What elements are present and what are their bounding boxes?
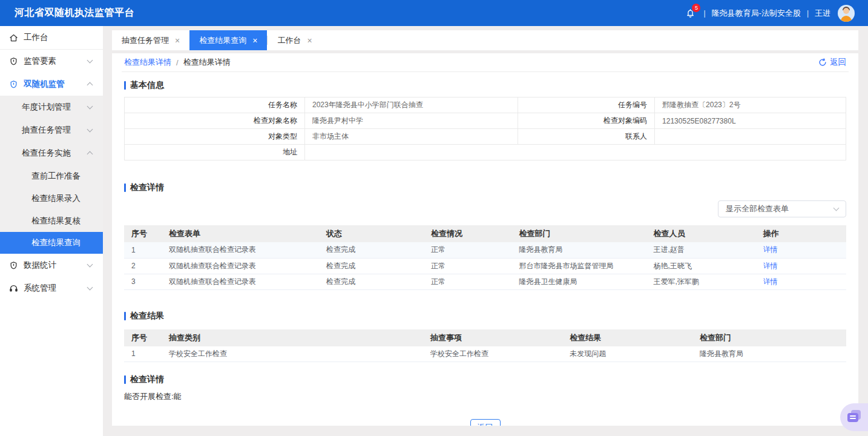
sidebar-item-inspection-implementation[interactable]: 检查任务实施 (0, 142, 103, 165)
close-icon[interactable]: × (307, 36, 312, 45)
detail-link[interactable]: 详情 (763, 262, 778, 270)
detail-link[interactable]: 详情 (763, 245, 778, 254)
col-inspectors: 检查人员 (646, 225, 756, 242)
section-inspection-result: 检查结果 (124, 311, 846, 322)
tab-result-query[interactable]: 检查结果查询 × (189, 30, 267, 50)
field-value: 2023年隆尧县中小学部门联合抽查 (305, 97, 518, 113)
col-result: 检查结果 (562, 329, 692, 346)
basic-info-table: 任务名称 2023年隆尧县中小学部门联合抽查 任务编号 邢隆教抽查〔2023〕2… (124, 97, 846, 160)
section-bar (124, 312, 126, 320)
avatar-body (841, 16, 852, 22)
field-label: 任务名称 (125, 97, 305, 113)
main-area: 抽查任务管理 × 检查结果查询 × 工作台 × 检查结果详情 / (103, 26, 868, 436)
back-button[interactable]: 返回 (470, 419, 501, 426)
chevron-down-icon (87, 285, 93, 291)
table-row: 任务名称 2023年隆尧县中小学部门联合抽查 任务编号 邢隆教抽查〔2023〕2… (125, 97, 846, 113)
chevron-up-icon (87, 82, 93, 88)
button-row: 返回 (124, 419, 846, 426)
detail-link[interactable]: 详情 (763, 277, 778, 286)
section-inspection-detail: 检查详情 (124, 182, 846, 193)
content-card: 检查结果详情 / 检查结果详情 返回 基本信息 (112, 53, 858, 426)
tab-workbench[interactable]: 工作台 × (268, 30, 321, 50)
back-link[interactable]: 返回 (818, 57, 846, 68)
sidebar-item-supervision-elements[interactable]: 监管要素 (0, 50, 103, 73)
breadcrumb: 检查结果详情 / 检查结果详情 返回 (122, 53, 849, 72)
section-bar (124, 81, 126, 90)
inspection-detail-table: 序号 检查表单 状态 检查情况 检查部门 检查人员 操作 1 双随机抽查联合检查 (124, 225, 846, 290)
sidebar-item-result-query[interactable]: 检查结果查询 (0, 232, 103, 254)
app-title: 河北省双随机执法监管平台 (15, 7, 134, 19)
col-seq: 序号 (124, 225, 162, 242)
notification-badge: 5 (692, 4, 700, 12)
avatar-head (843, 8, 849, 14)
table-row: 1 双随机抽查联合检查记录表 检查完成 正常 隆尧县教育局 王进,赵普 详情 (124, 242, 846, 258)
sidebar-item-result-entry[interactable]: 检查结果录入 (0, 187, 103, 210)
close-icon[interactable]: × (175, 36, 180, 45)
user-name: 王进 (815, 8, 830, 19)
section-bar (124, 375, 126, 384)
col-form: 检查表单 (162, 225, 319, 242)
chevron-down-icon (87, 262, 93, 268)
field-label: 检查对象编码 (518, 113, 654, 129)
sidebar-item-double-random[interactable]: 双随机监管 (0, 73, 103, 96)
user-avatar[interactable] (838, 5, 855, 22)
breadcrumb-parent-link[interactable]: 检查结果详情 (124, 57, 171, 68)
app-header: 河北省双随机执法监管平台 5 | 隆尧县教育局-法制安全股 | 王进 (0, 0, 868, 26)
form-filter-select[interactable]: 显示全部检查表单 (718, 200, 846, 217)
home-icon (9, 33, 18, 42)
sidebar-item-annual-plan[interactable]: 年度计划管理 (0, 96, 103, 119)
field-label: 任务编号 (518, 97, 654, 113)
section-bar (124, 183, 126, 192)
field-value (305, 145, 846, 160)
chevron-down-icon (833, 205, 840, 211)
breadcrumb-current: 检查结果详情 (183, 57, 231, 68)
table-row: 1 学校安全工作检查 学校安全工作检查 未发现问题 隆尧县教育局 (124, 346, 846, 362)
tab-spot-check-tasks[interactable]: 抽查任务管理 × (112, 30, 189, 50)
sidebar-item-system-management[interactable]: 系统管理 (0, 277, 103, 300)
header-right: 5 | 隆尧县教育局-法制安全股 | 王进 (683, 5, 855, 22)
headset-icon (9, 284, 18, 293)
sidebar-item-pre-check-preparation[interactable]: 查前工作准备 (0, 165, 103, 187)
sidebar-item-workbench[interactable]: 工作台 (0, 26, 103, 49)
table-row: 检查对象名称 隆尧县尹村中学 检查对象编码 12130525E08277380L (125, 113, 846, 129)
notification-bell-button[interactable]: 5 (683, 6, 697, 21)
col-situation: 检查情况 (424, 225, 512, 242)
col-category: 抽查类别 (162, 329, 423, 346)
shield-icon (9, 57, 18, 66)
tab-bar: 抽查任务管理 × 检查结果查询 × 工作台 × (112, 30, 858, 50)
sidebar-item-spot-check-tasks[interactable]: 抽查任务管理 (0, 119, 103, 142)
sidebar-item-result-review[interactable]: 检查结果复核 (0, 210, 103, 232)
header-separator: | (807, 9, 809, 18)
table-row: 2 双随机抽查联合检查记录表 检查完成 正常 邢台市隆尧县市场监督管理局 杨艳,… (124, 258, 846, 274)
field-label: 检查对象名称 (125, 113, 305, 129)
table-row: 对象类型 非市场主体 联系人 (125, 129, 846, 145)
table-row: 地址 (125, 145, 846, 160)
col-department: 检查部门 (512, 225, 646, 242)
chevron-down-icon (87, 127, 93, 133)
field-value: 隆尧县尹村中学 (305, 113, 518, 129)
header-separator: | (703, 9, 705, 18)
org-name: 隆尧县教育局-法制安全股 (712, 8, 801, 19)
breadcrumb-separator: / (176, 58, 179, 67)
col-seq: 序号 (124, 329, 162, 346)
section-basic-info: 基本信息 (124, 80, 846, 91)
undo-arrow-icon (818, 58, 827, 67)
sidebar: 工作台 监管要素 双随机监管 年度计划管理 抽查任务管理 (0, 26, 103, 436)
close-icon[interactable]: × (252, 36, 257, 45)
field-value (655, 129, 846, 145)
sidebar-submenu: 年度计划管理 抽查任务管理 检查任务实施 查前工作准备 检查结果录入 (0, 96, 103, 254)
table-row: 3 双随机抽查联合检查记录表 检查完成 正常 隆尧县卫生健康局 王爱军,张军鹏 … (124, 274, 846, 289)
field-value: 12130525E08277380L (655, 113, 846, 129)
col-status: 状态 (319, 225, 424, 242)
sidebar-item-data-statistics[interactable]: 数据统计 (0, 254, 103, 277)
shield-icon (9, 261, 18, 270)
chevron-up-icon (87, 151, 93, 157)
inspection-result-table: 序号 抽查类别 抽查事项 检查结果 检查部门 1 学校安全工作检查 学校安全工作… (124, 329, 846, 363)
can-inspect-text: 能否开展检查:能 (124, 391, 846, 402)
chat-bubbles-icon (846, 410, 862, 424)
assistant-widget-button[interactable] (840, 403, 868, 431)
field-label: 联系人 (518, 129, 654, 145)
table-header-row: 序号 检查表单 状态 检查情况 检查部门 检查人员 操作 (124, 225, 846, 242)
app-root: 河北省双随机执法监管平台 5 | 隆尧县教育局-法制安全股 | 王进 (0, 0, 868, 436)
shield-icon (9, 80, 18, 89)
